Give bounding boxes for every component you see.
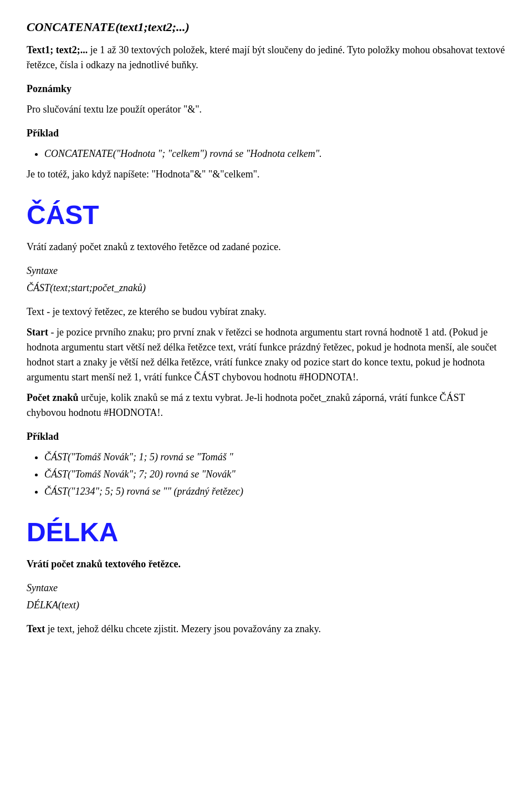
delka-syntax-label: Syntaxe [27, 581, 505, 596]
example-note: Je to totéž, jako když napíšete: "Hodnot… [27, 167, 505, 182]
delka-heading: DÉLKA [27, 512, 505, 552]
params-label: Text1; text2;... [27, 44, 88, 55]
example-list: CONCATENATE("Hodnota "; "celkem") rovná … [44, 146, 505, 161]
cast-count-param: Počet znaků určuje, kolik znaků se má z … [27, 390, 505, 420]
cast-count-param-bold: Počet znaků [27, 392, 79, 403]
delka-desc: Vrátí počet znaků textového řetězce. [27, 557, 505, 572]
notes-text: Pro slučování textu lze použít operátor … [27, 102, 505, 117]
cast-example-list: ČÁST("Tomáš Novák"; 1; 5) rovná se "Tomá… [44, 450, 505, 499]
cast-start-param-text: - je pozice prvního znaku; pro první zna… [27, 327, 497, 383]
cast-syntax: ČÁST(text;start;počet_znaků) [27, 281, 505, 296]
delka-syntax: DÉLKA(text) [27, 598, 505, 613]
cast-start-param: Start - je pozice prvního znaku; pro prv… [27, 325, 505, 385]
cast-example-item-2: ČÁST("Tomáš Novák"; 7; 20) rovná se "Nov… [44, 467, 505, 482]
example-item-1: CONCATENATE("Hodnota "; "celkem") rovná … [44, 146, 505, 161]
main-title: CONCATENATE(text1;text2;...) [27, 18, 505, 36]
delka-text-param-bold: Text [27, 623, 45, 634]
notes-heading: Poznámky [27, 82, 505, 96]
cast-text-param: Text - je textový řetězec, ze kterého se… [27, 304, 505, 319]
cast-syntax-label: Syntaxe [27, 263, 505, 278]
cast-heading: ČÁST [27, 195, 505, 235]
cast-example-item-3: ČÁST("1234"; 5; 5) rovná se "" (prázdný … [44, 484, 505, 499]
delka-text-param: Text je text, jehož délku chcete zjistit… [27, 622, 505, 637]
example-heading: Příklad [27, 126, 505, 141]
params-desc: Text1; text2;... je 1 až 30 textových po… [27, 43, 505, 73]
cast-example-heading: Příklad [27, 429, 505, 444]
cast-start-param-bold: Start [27, 327, 48, 338]
cast-example-item-1: ČÁST("Tomáš Novák"; 1; 5) rovná se "Tomá… [44, 450, 505, 465]
cast-desc: Vrátí zadaný počet znaků z textového řet… [27, 240, 505, 255]
